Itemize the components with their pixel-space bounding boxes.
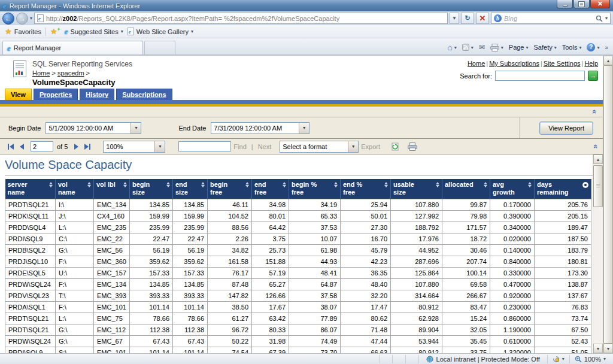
sort-icon[interactable]: [123, 181, 127, 187]
column-header-server-name[interactable]: server name: [5, 179, 56, 199]
find-link[interactable]: Find: [233, 143, 246, 150]
sort-active-icon[interactable]: [582, 182, 588, 188]
minimize-button[interactable]: [557, 0, 573, 8]
next-page-button[interactable]: [71, 142, 81, 151]
sort-icon[interactable]: [166, 181, 170, 187]
column-header-begin-pct-free[interactable]: begin % free: [289, 179, 341, 199]
bing-search-box[interactable]: b ▾: [491, 13, 611, 24]
close-button[interactable]: ✕: [590, 0, 610, 8]
sort-icon[interactable]: [283, 181, 286, 187]
safety-menu[interactable]: Safety▾: [534, 44, 557, 51]
help-menu[interactable]: ?▾: [587, 43, 599, 51]
column-header-avg-growth[interactable]: avg growth: [490, 179, 535, 199]
tab-subscriptions[interactable]: Subscriptions: [116, 89, 172, 100]
overflow-chevron-icon[interactable]: »: [605, 44, 608, 51]
address-input[interactable]: e http://z002/Reports_SQL2K8/Pages/Repor…: [34, 13, 448, 24]
column-header-allocated[interactable]: allocated: [442, 179, 490, 199]
tools-menu[interactable]: Tools▾: [562, 44, 582, 51]
scrollbar-thumb[interactable]: [593, 165, 603, 207]
breadcrumb-folder-link[interactable]: spacedm: [57, 69, 84, 77]
column-header-begin-size[interactable]: begin size: [130, 179, 173, 199]
scrollbar-track[interactable]: [593, 164, 603, 344]
tab-history[interactable]: History: [80, 89, 114, 100]
column-header-days-remaining[interactable]: days remaining: [535, 179, 591, 199]
search-go-button[interactable]: →: [588, 71, 598, 81]
browser-tab-report-manager[interactable]: e Report Manager: [2, 41, 143, 54]
column-header-vol-name[interactable]: vol name: [56, 179, 94, 199]
export-link[interactable]: Export: [361, 143, 380, 150]
first-page-button[interactable]: [5, 142, 17, 151]
zoom-select[interactable]: 100% ▼: [103, 141, 165, 153]
breadcrumb-home-link[interactable]: Home: [32, 69, 50, 77]
end-date-select[interactable]: 7/31/2009 12:00:00 AM ▼: [211, 122, 309, 134]
new-tab-button[interactable]: [144, 41, 175, 54]
web-slice-gallery-button[interactable]: eWeb Slice Gallery▾: [128, 28, 193, 35]
column-header-vol-lbl[interactable]: vol lbl: [94, 179, 130, 199]
tab-properties[interactable]: Properties: [34, 89, 78, 100]
suggested-sites-button[interactable]: eSuggested Sites▾: [65, 28, 123, 35]
table-cell: PRDW\SQL24: [5, 336, 56, 347]
search-options-dropdown-icon[interactable]: ▾: [605, 16, 608, 21]
column-header-end-size[interactable]: end size: [173, 179, 208, 199]
scroll-down-icon[interactable]: ▼: [593, 344, 603, 353]
zoom-control[interactable]: 100% ▾: [570, 356, 611, 363]
last-page-button[interactable]: [81, 142, 93, 151]
page-menu[interactable]: Page▾: [509, 44, 529, 51]
format-select[interactable]: Select a format ▼: [280, 141, 359, 153]
address-dropdown-button[interactable]: ▼: [450, 13, 459, 24]
protected-mode-button[interactable]: ▾: [548, 355, 570, 363]
search-input[interactable]: [504, 15, 593, 22]
sort-icon[interactable]: [484, 181, 487, 187]
sort-icon[interactable]: [201, 181, 205, 187]
home-button[interactable]: ⌂▾: [447, 44, 456, 51]
sort-icon[interactable]: [49, 181, 53, 187]
sort-icon[interactable]: [245, 181, 249, 187]
add-favorite-button[interactable]: ★+: [50, 27, 60, 36]
refresh-report-button[interactable]: [391, 142, 399, 151]
stop-button[interactable]: ✕: [476, 13, 489, 24]
forward-button[interactable]: →: [16, 13, 28, 25]
sort-icon[interactable]: [528, 181, 532, 187]
report-scrollbar[interactable]: ▲ ▼: [593, 154, 603, 353]
favorites-button[interactable]: ★Favorites: [5, 27, 41, 36]
chevron-down-icon: ▾: [191, 29, 193, 34]
site-search-input[interactable]: [495, 71, 585, 81]
collapse-parameters-chevron-icon[interactable]: «: [590, 110, 599, 114]
column-header-end-pct-free[interactable]: end % free: [341, 179, 391, 199]
begin-date-select[interactable]: 5/1/2009 12:00:00 AM ▼: [45, 122, 141, 134]
find-input[interactable]: [178, 141, 231, 151]
nav-link-home[interactable]: Home: [468, 60, 485, 67]
prev-page-button[interactable]: [17, 142, 27, 151]
print-report-button[interactable]: [408, 142, 417, 151]
sort-icon[interactable]: [334, 181, 338, 187]
column-header-usable-size[interactable]: usable size: [391, 179, 442, 199]
refresh-button[interactable]: ↻: [461, 13, 474, 24]
scroll-up-icon[interactable]: ▲: [603, 56, 613, 65]
sort-icon[interactable]: [436, 181, 439, 187]
title-bar[interactable]: e Report Manager - Windows Internet Expl…: [0, 0, 613, 11]
recent-pages-dropdown-icon[interactable]: ▾: [30, 16, 32, 21]
page-scrollbar[interactable]: ▲ ▼: [603, 56, 613, 353]
read-mail-button[interactable]: ✉: [479, 43, 485, 51]
nav-link-my-subscriptions[interactable]: My Subscriptions: [485, 60, 539, 67]
scrollbar-thumb[interactable]: [603, 65, 613, 344]
sort-icon[interactable]: [384, 181, 388, 187]
scroll-down-icon[interactable]: ▼: [603, 344, 613, 353]
nav-link-help[interactable]: Help: [581, 60, 598, 67]
search-icon[interactable]: [596, 15, 603, 22]
next-link[interactable]: Next: [258, 143, 272, 150]
scroll-up-icon[interactable]: ▲: [593, 154, 603, 164]
collapse-toolbar-chevron-icon[interactable]: «: [591, 144, 600, 148]
page-number-input[interactable]: [31, 141, 53, 151]
nav-link-site-settings[interactable]: Site Settings: [539, 60, 581, 67]
back-button[interactable]: ←: [2, 13, 14, 25]
column-header-begin-free[interactable]: begin free: [208, 179, 252, 199]
tab-view[interactable]: View: [5, 89, 32, 100]
feeds-button[interactable]: ▾: [462, 44, 474, 51]
print-button[interactable]: ▾: [490, 44, 503, 51]
sort-icon[interactable]: [87, 181, 91, 187]
scrollbar-track[interactable]: [603, 65, 613, 344]
maximize-button[interactable]: [573, 0, 590, 8]
column-header-end-free[interactable]: end free: [252, 179, 289, 199]
view-report-button[interactable]: View Report: [539, 122, 593, 135]
